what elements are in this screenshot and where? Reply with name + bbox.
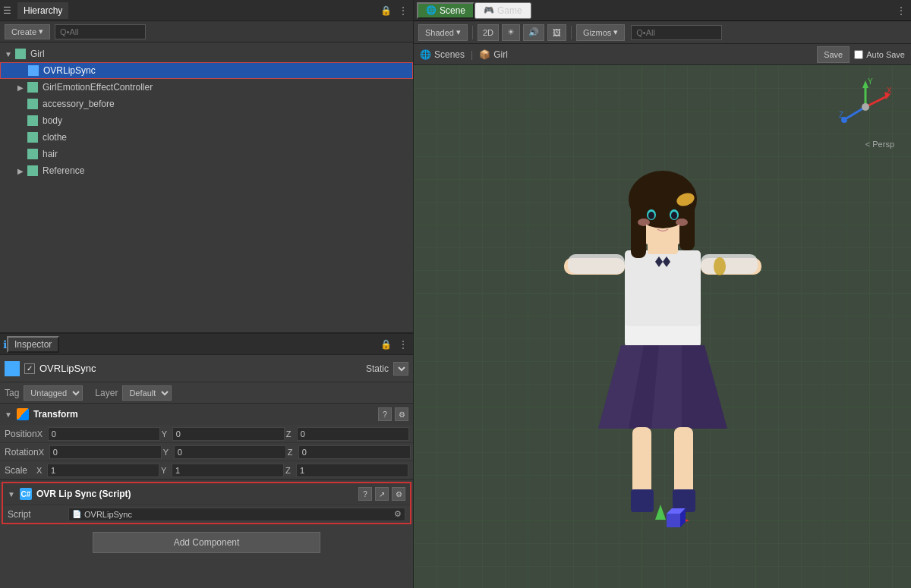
scenes-icon: 🌐: [420, 49, 431, 60]
hierarchy-item-girlemotion[interactable]: ▶ GirlEmotionEffectController: [0, 79, 413, 96]
transform-help-btn[interactable]: ?: [378, 407, 392, 421]
add-component-button[interactable]: Add Component: [93, 532, 320, 553]
position-x-input[interactable]: [48, 427, 160, 441]
object-enabled-checkbox[interactable]: ✓: [24, 363, 35, 374]
script-tools: ? ↗ ⚙: [358, 487, 405, 501]
auto-save-label: Auto Save: [854, 46, 905, 63]
arrow-icon-reference: ▶: [15, 167, 26, 175]
save-label: Save: [824, 50, 843, 59]
hierarchy-label-ovrlipsync: OVRLipSync: [43, 65, 96, 76]
right-panel: 🌐 Scene 🎮 Game ⋮ Shaded ▾ 2D ☀ 🔊 🖼: [414, 0, 911, 588]
rotation-x-input[interactable]: [49, 445, 162, 459]
scene-tab-scene[interactable]: 🌐 Scene: [417, 2, 474, 19]
light-button[interactable]: ☀: [502, 24, 520, 41]
cube-icon-hair: [26, 148, 39, 160]
script-value-text: OVRLipSync: [84, 510, 132, 519]
hierarchy-item-girl[interactable]: ▼ Girl: [0, 46, 413, 62]
breadcrumb-girl-label: Girl: [493, 49, 508, 60]
rotation-z-input[interactable]: [298, 445, 411, 459]
cube-icon-girlemotion: [26, 81, 39, 93]
shaded-button[interactable]: Shaded ▾: [418, 24, 468, 41]
hierarchy-tab-bar: ☰ Hierarchy 🔒 ⋮: [0, 0, 413, 21]
hierarchy-search-input[interactable]: [55, 24, 146, 39]
nav-menu-btn[interactable]: ⋮: [396, 5, 410, 16]
svg-text:Y: Y: [868, 77, 873, 86]
scene-panel-menu-btn[interactable]: ⋮: [894, 5, 908, 16]
transform-icon: [17, 408, 29, 420]
position-y-letter: Y: [162, 429, 172, 439]
auto-save-checkbox[interactable]: [854, 50, 863, 59]
persp-text: < Persp: [865, 140, 894, 149]
position-y-input[interactable]: [172, 427, 285, 441]
rotation-label: Rotation: [5, 447, 39, 458]
game-tab-icon: 🎮: [484, 5, 494, 15]
scale-z-input[interactable]: [296, 464, 408, 477]
scale-label: Scale: [5, 465, 36, 476]
main-layout: ☰ Hierarchy 🔒 ⋮ Create ▾ ▼: [0, 0, 911, 588]
breadcrumb-scenes[interactable]: 🌐 Scenes: [420, 49, 465, 60]
layer-dropdown[interactable]: Default: [122, 385, 172, 401]
hierarchy-item-body[interactable]: body: [0, 112, 413, 129]
position-row: Position X Y Z: [0, 425, 413, 443]
script-help-btn[interactable]: ?: [358, 487, 372, 501]
game-tab-label: Game: [497, 5, 522, 16]
position-z-letter: Z: [286, 429, 297, 439]
arrow-icon-girlemotion: ▶: [15, 83, 26, 92]
rotation-z-letter: Z: [288, 448, 298, 457]
2d-label: 2D: [483, 28, 493, 37]
hamburger-icon: ☰: [3, 5, 11, 16]
hierarchy-content: ▼ Girl OVRLipSync ▶ GirlEmotionEffectCon…: [0, 42, 413, 332]
scale-x-input[interactable]: [47, 464, 159, 477]
svg-point-42: [862, 103, 869, 111]
hierarchy-tab[interactable]: Hierarchy: [17, 2, 68, 19]
tag-dropdown[interactable]: Untagged: [24, 385, 83, 401]
gizmos-button[interactable]: Gizmos ▾: [576, 24, 625, 41]
breadcrumb-girl[interactable]: 📦 Girl: [479, 49, 508, 60]
script-header[interactable]: ▼ C# OVR Lip Sync (Script) ? ↗ ⚙: [3, 483, 410, 505]
hierarchy-tab-label: Hierarchy: [24, 5, 62, 16]
hierarchy-toolbar: Create ▾: [0, 21, 413, 42]
scene-viewport[interactable]: Y X Z < Persp: [414, 65, 911, 588]
svg-line-36: [865, 96, 888, 107]
transform-arrow-icon: ▼: [5, 410, 12, 419]
scene-gizmo[interactable]: Y X Z: [835, 77, 896, 137]
rotation-z-field: Z: [288, 445, 411, 459]
script-settings-icon[interactable]: ⚙: [394, 509, 402, 519]
script-expand-btn[interactable]: ↗: [375, 487, 389, 501]
girl-icon: 📦: [479, 49, 490, 60]
script-label: Script: [8, 509, 68, 520]
inspector-lock-icon: 🔒: [380, 339, 392, 350]
position-z-field: Z: [286, 427, 409, 441]
rotation-row: Rotation X Y Z: [0, 443, 413, 461]
scene-search-input[interactable]: [631, 25, 722, 40]
create-label: Create: [11, 27, 36, 36]
script-row: Script 📄 OVRLipSync ⚙: [3, 505, 410, 523]
hierarchy-item-accessory[interactable]: accessory_before: [0, 96, 413, 112]
scale-y-input[interactable]: [172, 464, 284, 477]
toolbar-separator-1: [472, 26, 473, 39]
hierarchy-item-clothe[interactable]: clothe: [0, 129, 413, 146]
transform-header[interactable]: ▼ Transform ? ⚙: [0, 404, 413, 425]
rotation-xyz-group: X Y Z: [39, 445, 411, 459]
hierarchy-label-hair: hair: [43, 149, 58, 159]
script-file-icon: 📄: [72, 510, 81, 518]
create-button[interactable]: Create ▾: [5, 24, 50, 39]
hierarchy-item-ovrlipsync[interactable]: OVRLipSync: [0, 62, 413, 79]
scene-tab-game[interactable]: 🎮 Game: [474, 2, 531, 19]
static-dropdown[interactable]: ▾: [393, 362, 408, 376]
hierarchy-item-hair[interactable]: hair: [0, 146, 413, 162]
rotation-y-input[interactable]: [174, 445, 286, 459]
rotation-x-field: X: [39, 445, 162, 459]
2d-button[interactable]: 2D: [478, 24, 499, 41]
audio-button[interactable]: 🔊: [523, 24, 544, 41]
hierarchy-item-reference[interactable]: ▶ Reference: [0, 162, 413, 179]
transform-settings-btn[interactable]: ⚙: [395, 407, 408, 421]
scene-tab-bar: 🌐 Scene 🎮 Game ⋮: [414, 0, 911, 21]
inspector-nav-menu-btn[interactable]: ⋮: [396, 339, 410, 350]
position-z-input[interactable]: [297, 427, 409, 441]
effects-button[interactable]: 🖼: [547, 24, 566, 41]
inspector-tab[interactable]: Inspector: [7, 336, 59, 353]
scale-xyz-group: X Y Z: [36, 464, 408, 477]
script-settings-btn[interactable]: ⚙: [392, 487, 405, 501]
save-button[interactable]: Save: [817, 46, 850, 63]
